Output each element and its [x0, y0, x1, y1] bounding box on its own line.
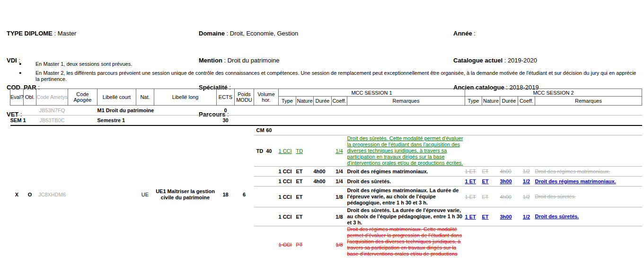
s1-remarques: Droit des sûretés. — [347, 177, 465, 187]
bullet-icon: ● — [19, 70, 35, 76]
s2-col-header-duree: Durée — [500, 97, 518, 106]
s1-nature: ET — [296, 207, 314, 226]
s2-type: 1 ET — [465, 177, 482, 187]
volume-type: TD — [256, 148, 264, 154]
diplome-row: JB53N7FQ M1 Droit du patrimoine 0 — [10, 106, 642, 116]
s2-coeff: 1/2 — [518, 207, 535, 226]
s1-remarques: Droit des régimes matrimoniaux. La durée… — [347, 187, 465, 207]
s2-type: 1 ET — [465, 167, 482, 177]
s1-nature: ET — [296, 187, 314, 207]
s1-coeff: 1/4 — [332, 177, 347, 187]
s1-type: 1 CCI — [279, 226, 296, 258]
volume-hor-cell: TD40 — [254, 135, 279, 167]
col-header-obl: Obl. — [24, 89, 36, 106]
nat-value: UE — [136, 192, 154, 197]
eval-flag: X — [10, 192, 24, 197]
s2-nature: ET — [482, 177, 500, 187]
table-header: Eval? Obl. Code Ametys Code Apogée Libel… — [10, 89, 642, 106]
s2-duree: 3h00 — [500, 207, 518, 226]
s1-nature: PT — [296, 226, 314, 258]
s2-remarques: Droit des sûretés. — [535, 207, 642, 226]
col-header-libelle-court: Libellé court — [97, 89, 136, 106]
code-ametys: JC8XHDM6 — [36, 192, 68, 197]
s1-remarques: Droit des régimes matrimoniaux. — [347, 167, 465, 177]
s1-duree: 4h00 — [314, 167, 332, 177]
libelle-court: Semestre 1 — [97, 116, 136, 125]
s1-coeff: 1/8 — [332, 226, 347, 258]
col-header-volume-hor: Volume hor. — [254, 89, 279, 106]
s1-remarques: Droit des sûretés. La durée de l'épreuve… — [347, 207, 465, 226]
s1-coeff: 1/4 — [332, 167, 347, 177]
s1-col-header-remarques: Remarques — [347, 97, 465, 106]
s2-type: 1 ET — [465, 187, 482, 207]
col-header-nat: Nat. — [136, 89, 154, 106]
mcc-table: Eval? Obl. Code Ametys Code Apogée Libel… — [10, 89, 642, 258]
session1-header: MCC SESSION 1 — [279, 89, 465, 97]
s2-type: 1 ET — [465, 207, 482, 226]
s1-nature: ET — [296, 167, 314, 177]
s1-coeff: 1/4 — [332, 135, 347, 167]
s1-nature: TD — [296, 135, 314, 167]
bullet-icon: ● — [19, 61, 35, 67]
libelle-court: M1 Droit du patrimoine — [97, 106, 136, 116]
s1-col-header-nature: Nature — [296, 97, 314, 106]
volume-hours: 60 — [266, 127, 272, 133]
s2-col-header-coeff: Coeff. — [518, 97, 535, 106]
s2-duree: 4h00 — [500, 187, 518, 207]
s1-remarques: Droit des sûretés. Cette modalité permet… — [347, 135, 465, 167]
col-header-code-ametys: Code Ametys — [36, 89, 68, 106]
s1-col-header-type: Type — [279, 97, 296, 106]
ects-value: 30 — [217, 116, 235, 125]
s2-coeff: 1/2 — [518, 187, 535, 207]
s1-type: 1 CCI — [279, 207, 296, 226]
libelle-long: UE1 Maîtriser la gestion civile du patri… — [154, 188, 217, 201]
field-value: Master — [58, 30, 77, 37]
s1-coeff: 1/8 — [332, 187, 347, 207]
col-header-eval: Eval? — [10, 89, 24, 106]
note-text: En Master 2, les différents parcours pré… — [35, 70, 639, 82]
field-domaine: Domaine : Droit, Economie, Gestion — [199, 29, 298, 38]
code-ametys: JB53TB0C — [36, 116, 68, 125]
volume-hor-cell: CM60 — [254, 125, 279, 135]
s1-type: 1 CCI — [279, 187, 296, 207]
col-header-ects: ECTS — [217, 89, 235, 106]
mcc-report-page: TYPE DIPLOME : Master VDI : COD PAR : VE… — [0, 0, 644, 258]
s1-remarques: Droit des régimes matrimoniaux. Cette mo… — [347, 226, 465, 258]
poids-modu-value: 6 — [235, 192, 254, 197]
session-notes: ● En Master 1, deux sessions sont prévue… — [19, 61, 639, 85]
s2-remarques: Droit des sûretés. — [535, 187, 642, 207]
s1-type: 1 CCI — [279, 177, 296, 187]
ects-value: 0 — [217, 106, 235, 116]
field-value: Droit, Economie, Gestion — [230, 30, 299, 37]
note-text: En Master 1, deux sessions sont prévues. — [35, 61, 132, 67]
s2-nature: ET — [482, 207, 500, 226]
s2-duree: 3h00 — [500, 177, 518, 187]
s1-duree — [314, 135, 332, 167]
s1-type: 1 CCI — [279, 135, 296, 167]
s2-nature: ET — [482, 167, 500, 177]
s1-duree — [314, 226, 332, 258]
s2-nature: ET — [482, 187, 500, 207]
s2-coeff: 1/2 — [518, 177, 535, 187]
s1-type: 1 CCI — [279, 167, 296, 177]
s1-duree: 4h00 — [314, 177, 332, 187]
s1-col-header-duree: Durée — [314, 97, 332, 106]
note-item: ● En Master 1, deux sessions sont prévue… — [19, 61, 639, 67]
code-ametys: JB53N7FQ — [36, 106, 68, 116]
s1-coeff: 1/8 — [332, 207, 347, 226]
volume-type: CM — [256, 127, 265, 133]
field-type-diplome: TYPE DIPLOME : Master — [7, 29, 76, 38]
semestre-label: SEM 1 — [10, 116, 36, 125]
volume-cm-row: X O JC8XHDM6 UE UE1 Maîtriser la gestion… — [10, 125, 642, 135]
ects-value: 18 — [217, 192, 235, 197]
ue-merged-cell: X O JC8XHDM6 UE UE1 Maîtriser la gestion… — [10, 125, 254, 258]
s2-coeff: 1/2 — [518, 167, 535, 177]
note-item: ● En Master 2, les différents parcours p… — [19, 70, 639, 82]
col-header-poids-modu: Poids MODU — [235, 89, 254, 106]
col-header-code-apogee: Code Apogée — [68, 89, 97, 106]
field-annee: Année : — [453, 29, 539, 38]
semestre-row: SEM 1 JB53TB0C Semestre 1 30 — [10, 116, 642, 125]
session2-header: MCC SESSION 2 — [465, 89, 642, 97]
s1-col-header-coeff: Coeff. — [332, 97, 347, 106]
s2-remarques: Droit des régimes matrimoniaux. — [535, 167, 642, 177]
